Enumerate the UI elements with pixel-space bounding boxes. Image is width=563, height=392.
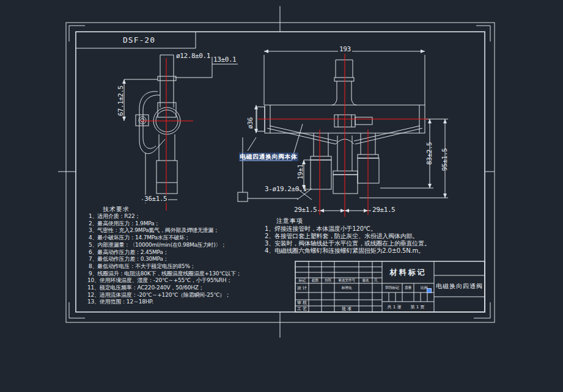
tb-header-docno: 更改文件号 <box>334 278 359 283</box>
list-item: 11、额定电压频率：AC220-240V，50/60HZ； <box>87 285 204 292</box>
notes-title: 注意事项 <box>276 217 303 225</box>
tb-approve: 批 准 <box>334 306 359 312</box>
tb-header-mark: 标记 <box>295 278 309 283</box>
selection-grip[interactable] <box>427 288 432 293</box>
model-tab-label[interactable]: DSF-20 <box>123 35 155 45</box>
dim-ports-dia[interactable]: 3-ø19.2±0.1 <box>265 185 306 193</box>
tb-review: 审 核 <box>295 300 309 306</box>
tb-standardization: 标准化 <box>334 283 359 292</box>
tb-material-mark: 材料标记 <box>382 261 434 283</box>
list-item: 13、使用范围：12～18HP. <box>87 299 153 306</box>
dim-height-83[interactable]: 83±2.5 <box>425 142 433 165</box>
dim-coil-width[interactable]: 36±1.5 <box>143 195 168 203</box>
tech-requirements-title: 技术要求 <box>103 205 130 214</box>
dim-pitch-left[interactable]: 29±1.5 <box>293 206 318 214</box>
list-item: 7、最低动作压力差：0.30MPa； <box>89 256 168 263</box>
list-item: 5、内部泄漏量：〈10000ml/min(在0.98Ma压力时)〉； <box>89 242 226 249</box>
tb-page-count: 第 1 页 <box>407 303 429 311</box>
dim-pitch-right[interactable]: 29±1.5 <box>371 206 396 214</box>
list-item: 2、最高使用压力：1.9MPa； <box>89 220 160 228</box>
dim-stub-len[interactable]: 13±0.1 <box>213 56 236 64</box>
dim-body-len[interactable]: 193 <box>338 45 352 53</box>
dim-body-dia[interactable]: ø36 <box>246 117 254 129</box>
cad-linework <box>0 0 563 392</box>
dim-pipe-dia[interactable]: ø12.8±0.1 <box>176 52 210 60</box>
tb-design: 设 计 <box>295 283 309 292</box>
list-item: 10、使用环境温度、湿度：-20℃～+55℃，小于95%RH； <box>87 277 232 285</box>
list-item: 4、电磁线圈六角螺钉和连接螺钉紧固扭矩为2.0±0.5N.m。 <box>265 247 424 255</box>
list-item: 2、各接管口套上塑料套，防止灰尘、水份进入阀体内部。 <box>265 233 418 240</box>
tb-header-sign: 签名 <box>359 278 372 283</box>
dim-coil-height[interactable]: 67.1±2.5 <box>117 85 125 116</box>
list-item: 1、适用介质：R22； <box>89 213 140 220</box>
tb-header-zone: 分区 <box>322 278 334 283</box>
list-item: 9、线圈温升：电阻法80K下，线圈温度线圈温度+130℃以下； <box>89 270 241 278</box>
list-item: 3、安装时，阀体轴线处于水平位置，或线圈在上的垂直位置。 <box>265 240 430 247</box>
list-item: 3、气密性：充入2.9MPa氮气，阀外部及焊缝无泄漏； <box>89 227 219 234</box>
selected-entity-label[interactable]: 电磁四通换向阀本体 <box>239 153 298 161</box>
tb-drawing-title: 电磁换向四通阀 <box>434 275 485 297</box>
list-item: 12、适用流体温度：-20℃～+120℃（除霜瞬间-25℃）； <box>87 292 230 299</box>
tb-header-date: 年、月、日 <box>372 278 382 283</box>
tb-stage-mark: 阶段标记 <box>382 283 402 292</box>
tb-header-count: 处数 <box>309 278 322 283</box>
list-item: 4、最小破坏压力：14.7MPa水压不破坏； <box>89 234 190 242</box>
dim-height-95[interactable]: 95±1.5 <box>441 148 449 171</box>
tb-quality: 质量 <box>402 283 414 292</box>
list-item: 1、焊接连接管时，本体温度小于120℃。 <box>265 225 377 233</box>
tb-sheet-count: 共 1 张 <box>383 303 405 311</box>
dim-port-len[interactable]: 19±1 <box>296 164 304 180</box>
list-item: 8、最低动作电压：不大于额定电压的85%； <box>89 263 196 270</box>
cad-viewport[interactable]: DSF-20 ø12.8±0.1 13±0.1 67.1±2.5 36±1.5 … <box>0 0 563 392</box>
tb-process: 工 艺 <box>295 306 309 312</box>
list-item: 6、最高动作压力差：2.45MPa； <box>89 249 168 256</box>
